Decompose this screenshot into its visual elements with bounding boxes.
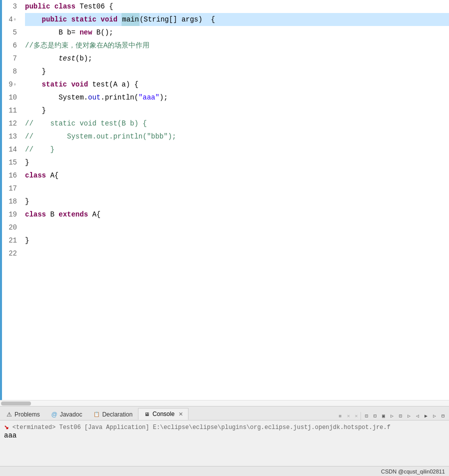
scroll-thumb[interactable] <box>1 402 31 406</box>
restore-icon[interactable]: ▷ <box>405 412 413 420</box>
code-line-12: // static void test(B b) { <box>25 117 449 130</box>
javadoc-icon: @ <box>51 411 58 418</box>
watermark-text: CSDN @cqust_qilin02811 <box>381 468 445 474</box>
tab-console-label: Console <box>152 410 174 418</box>
line-num-6: 6 <box>2 39 17 52</box>
line-num-8: 8 <box>2 65 17 78</box>
terminated-arrow: ↘ <box>4 422 9 432</box>
code-line-8: } <box>25 65 449 78</box>
line-num-5: 5 <box>2 26 17 39</box>
code-line-20 <box>25 221 449 234</box>
tab-console[interactable]: 🖥 Console ✕ <box>138 408 188 420</box>
line-num-10: 10 <box>2 91 17 104</box>
tab-declaration[interactable]: 📋 Declaration <box>88 408 138 420</box>
line-num-7: 7 <box>2 52 17 65</box>
code-line-19: class B extends A{ <box>25 208 449 221</box>
scroll-lock-icon[interactable]: ⊡ <box>362 412 370 420</box>
open-console-icon[interactable]: ▣ <box>380 412 388 420</box>
declaration-icon: 📋 <box>93 411 100 418</box>
line-num-18: 18 <box>2 195 17 208</box>
line-num-9: 9◦ <box>2 78 17 91</box>
left-accent <box>0 0 2 400</box>
console-path: ↘ <terminated> Test06 [Java Application]… <box>4 422 445 432</box>
code-container: 3 4◦ 5 6 7 8 9◦ 10 11 12 13 14 15 16 17 … <box>0 0 449 400</box>
code-line-6: //多态是约束，使对象在A的场景中作用 <box>25 39 449 52</box>
line-num-14: 14 <box>2 143 17 156</box>
line-num-16: 16 <box>2 169 17 182</box>
panel-tabs: ⚠ Problems @ Javadoc 📋 Declaration 🖥 Con… <box>0 406 449 420</box>
tab-problems-label: Problems <box>14 411 40 418</box>
code-line-4: public static void main(String[] args) { <box>25 13 449 26</box>
tab-problems[interactable]: ⚠ Problems <box>0 408 46 420</box>
word-wrap-icon[interactable]: ⊡ <box>371 412 379 420</box>
code-line-16: class A{ <box>25 169 449 182</box>
code-line-22 <box>25 247 449 260</box>
line-num-17: 17 <box>2 182 17 195</box>
code-line-15: } <box>25 156 449 169</box>
status-bar: CSDN @cqust_qilin02811 <box>0 466 449 476</box>
bottom-panel: ⚠ Problems @ Javadoc 📋 Declaration 🖥 Con… <box>0 406 449 466</box>
code-line-7: test(b); <box>25 52 449 65</box>
code-line-3: public class Test06 { <box>25 0 449 13</box>
line-num-20: 20 <box>2 221 17 234</box>
terminated-text: <terminated> Test06 [Java Application] E… <box>12 424 390 431</box>
editor-area: 3 4◦ 5 6 7 8 9◦ 10 11 12 13 14 15 16 17 … <box>0 0 449 406</box>
console-close-button[interactable]: ✕ <box>178 411 183 418</box>
tab-declaration-label: Declaration <box>102 411 132 418</box>
line-num-4: 4◦ <box>2 13 17 26</box>
code-line-14: // } <box>25 143 449 156</box>
problems-icon: ⚠ <box>6 411 12 418</box>
console-output: aaa <box>4 432 445 440</box>
line-num-19: 19 <box>2 208 17 221</box>
remove-icon[interactable]: ✕ <box>344 412 352 420</box>
code-line-9: static void test(A a) { <box>25 78 449 91</box>
code-line-10: System.out.println("aaa"); <box>25 91 449 104</box>
line-num-3: 3 <box>2 0 17 13</box>
line-num-15: 15 <box>2 156 17 169</box>
tab-javadoc-label: Javadoc <box>60 411 82 418</box>
clear-console-icon[interactable]: ✕ <box>353 412 361 420</box>
code-line-18: } <box>25 195 449 208</box>
tab-javadoc[interactable]: @ Javadoc <box>46 408 88 420</box>
console-toolbar-icons: ■ ✕ ✕ ⊡ ⊡ ▣ ▷ ⊡ ▷ ◁ ▶ ▷ ⊟ <box>336 412 447 420</box>
code-line-13: // System.out.println("bbb"); <box>25 130 449 143</box>
minimize-icon[interactable]: ◁ <box>414 412 422 420</box>
pin-console-icon[interactable]: ▷ <box>388 412 396 420</box>
stop-icon[interactable]: ■ <box>336 412 344 420</box>
code-lines[interactable]: public class Test06 { public static void… <box>21 0 449 400</box>
horizontal-scrollbar[interactable] <box>0 400 449 406</box>
more-icon[interactable]: ⊟ <box>439 412 447 420</box>
console-content: ↘ <terminated> Test06 [Java Application]… <box>0 420 449 466</box>
code-line-17 <box>25 182 449 195</box>
view-menu-icon[interactable]: ▷ <box>430 412 438 420</box>
console-icon: 🖥 <box>144 410 150 418</box>
maximize-icon[interactable]: ⊡ <box>396 412 404 420</box>
line-num-12: 12 <box>2 117 17 130</box>
code-line-11: } <box>25 104 449 117</box>
code-line-21: } <box>25 234 449 247</box>
line-num-11: 11 <box>2 104 17 117</box>
line-num-22: 22 <box>2 247 17 260</box>
line-num-13: 13 <box>2 130 17 143</box>
close-view-icon[interactable]: ▶ <box>422 412 430 420</box>
line-num-21: 21 <box>2 234 17 247</box>
code-line-5: B b= new B(); <box>25 26 449 39</box>
line-numbers: 3 4◦ 5 6 7 8 9◦ 10 11 12 13 14 15 16 17 … <box>0 0 21 400</box>
